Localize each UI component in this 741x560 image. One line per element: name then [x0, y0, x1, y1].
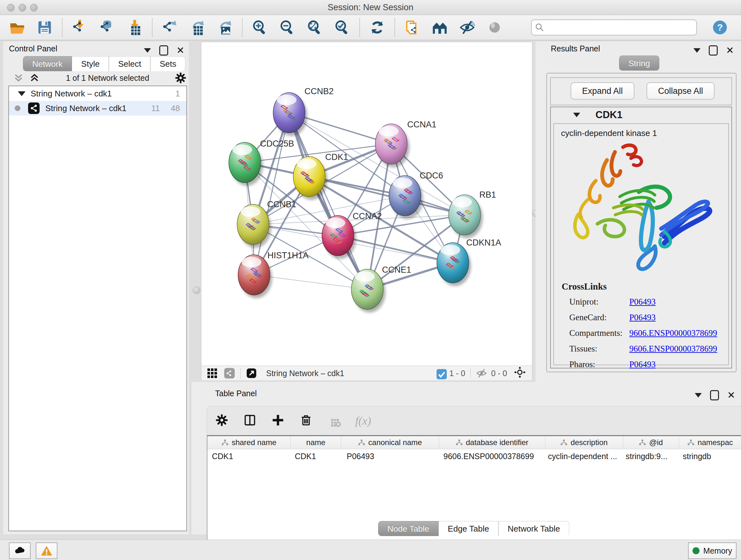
table-panel-menu-icon[interactable]: [695, 393, 702, 397]
crosslink-row: Compartments: 9606.ENSP00000378699: [569, 328, 728, 338]
network-collection-row[interactable]: String Network – cdk1 1: [9, 86, 186, 101]
zoom-in-icon[interactable]: [252, 19, 268, 36]
crosslink-link[interactable]: P06493: [629, 313, 656, 322]
collection-expander-icon[interactable]: [18, 91, 25, 96]
tab-style[interactable]: Style: [72, 56, 109, 71]
detach-view-icon[interactable]: [246, 368, 257, 379]
expand-all-networks-icon[interactable]: [28, 71, 41, 84]
cell-shared-name: CDK1: [207, 452, 290, 461]
help-icon[interactable]: ?: [712, 19, 728, 36]
import-table-icon[interactable]: [126, 19, 143, 36]
left-splitter-handle[interactable]: [193, 287, 200, 294]
network-node-RB1[interactable]: RB1: [449, 190, 496, 238]
network-node-CCNA1[interactable]: CCNA1: [375, 120, 436, 167]
export-table-icon[interactable]: [189, 19, 205, 36]
memory-button[interactable]: Memory: [688, 543, 737, 559]
create-column-icon[interactable]: [271, 413, 285, 428]
network-label: String Network – cdk1: [45, 104, 126, 113]
network-tree: String Network – cdk1 1 String Network –…: [8, 85, 187, 531]
network-node-CDC25B[interactable]: CDC25B: [229, 139, 294, 186]
fit-selected-crosshair-icon[interactable]: [514, 367, 528, 380]
column-header-name[interactable]: name: [291, 436, 341, 449]
network-canvas[interactable]: CCNB2 CCNA1 CDC25B CDK1 CDC6 RB1 CCNB1 C…: [201, 42, 532, 366]
tab-network[interactable]: Network: [23, 56, 72, 71]
table-row[interactable]: CDK1CDK1P064939606.ENSP00000378699cyclin…: [207, 449, 741, 463]
network-node-CCNB2[interactable]: CCNB2: [273, 86, 334, 136]
crosslink-label: GeneCard:: [569, 313, 629, 322]
network-node-CDK1[interactable]: CDK1: [293, 152, 348, 200]
column-header--id[interactable]: @id: [623, 436, 679, 449]
tab-select[interactable]: Select: [109, 56, 150, 71]
network-edge[interactable]: [289, 113, 367, 289]
control-panel-float-icon[interactable]: [159, 45, 168, 56]
column-header-canonical-name[interactable]: canonical name: [341, 436, 439, 449]
node-label-HIST1H1A: HIST1H1A: [267, 251, 309, 260]
table-options-gear-icon[interactable]: [215, 413, 229, 428]
gene-expander-icon[interactable]: [573, 113, 580, 117]
search-box[interactable]: [531, 19, 697, 36]
network-node-HIST1H1A[interactable]: HIST1H1A: [238, 251, 309, 298]
collapse-all-button[interactable]: Collapse All: [647, 82, 715, 100]
hidden-items-eye-slash-icon: [476, 368, 487, 379]
zoom-selected-icon[interactable]: [334, 19, 350, 36]
table-header-row: shared namenamecanonical namedatabase id…: [207, 436, 741, 449]
zoom-out-icon[interactable]: [279, 19, 295, 36]
tab-network-table[interactable]: Network Table: [498, 521, 569, 536]
tab-node-table[interactable]: Node Table: [378, 521, 439, 536]
delete-column-icon[interactable]: [299, 413, 313, 428]
view-grid-icon[interactable]: [206, 368, 218, 379]
protein-structure-image: [559, 141, 725, 278]
crosslink-link[interactable]: P06493: [629, 360, 656, 369]
refresh-icon[interactable]: [369, 19, 386, 36]
tab-string[interactable]: String: [619, 56, 659, 71]
node-label-CCNB2: CCNB2: [305, 86, 334, 96]
table-panel-float-icon[interactable]: [710, 390, 719, 400]
export-network-icon[interactable]: [161, 19, 178, 36]
network-node-CCNB1[interactable]: CCNB1: [237, 199, 296, 248]
view-string-icon[interactable]: [224, 368, 235, 379]
clone-network-icon[interactable]: [404, 19, 421, 36]
node-label-CDK1: CDK1: [325, 152, 348, 162]
network-options-gear-icon[interactable]: [174, 71, 187, 84]
string-network-icon: [28, 103, 40, 114]
expand-all-button[interactable]: Expand All: [570, 82, 634, 100]
network-row[interactable]: String Network – cdk1 11 48: [9, 101, 186, 116]
table-panel-close-icon[interactable]: ✕: [727, 391, 735, 399]
results-panel-close-icon[interactable]: ✕: [726, 46, 734, 55]
tab-sets[interactable]: Sets: [150, 56, 185, 71]
memory-status-icon: [692, 547, 699, 554]
show-columns-icon[interactable]: [243, 413, 257, 428]
import-network-database-icon[interactable]: [99, 19, 116, 36]
tab-edge-table[interactable]: Edge Table: [439, 521, 498, 536]
column-header-shared-name[interactable]: shared name: [207, 436, 291, 449]
import-network-file-icon[interactable]: [71, 19, 88, 36]
column-header-database-identifier[interactable]: database identifier: [439, 436, 545, 449]
selected-items-checkbox-icon[interactable]: [436, 368, 446, 378]
open-session-icon[interactable]: [9, 19, 25, 36]
network-node-CDC6[interactable]: CDC6: [389, 171, 443, 219]
control-panel-menu-icon[interactable]: [144, 48, 151, 53]
crosslink-link[interactable]: P06493: [629, 297, 656, 307]
crosslink-link[interactable]: 9606.ENSP00000378699: [629, 328, 717, 338]
network-node-CCNE1[interactable]: CCNE1: [351, 265, 411, 313]
export-image-icon[interactable]: [216, 19, 233, 36]
save-session-icon[interactable]: [37, 19, 53, 36]
cloud-button[interactable]: [9, 543, 30, 559]
crosslink-link[interactable]: 9606.ENSP00000378699: [629, 344, 717, 354]
search-input[interactable]: [544, 23, 693, 32]
hide-selected-icon[interactable]: [459, 19, 475, 36]
warning-button[interactable]: [36, 543, 57, 559]
gene-section-header[interactable]: CDK1: [551, 107, 731, 123]
show-all-icon[interactable]: [486, 19, 503, 36]
control-panel-close-icon[interactable]: ✕: [177, 46, 185, 55]
network-node-CDKN1A[interactable]: CDKN1A: [437, 238, 501, 286]
column-header-description[interactable]: description: [545, 436, 623, 449]
collapse-all-networks-icon[interactable]: [12, 71, 25, 84]
results-panel-title: Results Panel: [551, 44, 600, 53]
results-panel-float-icon[interactable]: [709, 45, 718, 56]
crosslink-label: Pharos:: [569, 360, 629, 369]
zoom-fit-icon[interactable]: [307, 19, 323, 36]
column-header-namespac[interactable]: namespac: [679, 436, 741, 449]
results-panel-menu-icon[interactable]: [693, 48, 700, 53]
first-neighbors-icon[interactable]: [431, 19, 448, 36]
